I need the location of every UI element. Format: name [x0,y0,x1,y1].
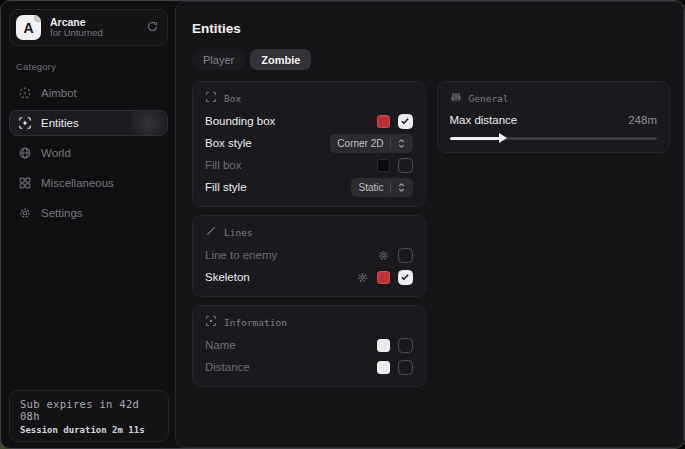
setting-row-bounding-box: Bounding box [205,110,413,132]
fill-style-dropdown[interactable]: Static [351,178,412,197]
color-swatch[interactable] [377,159,390,172]
box-card: Box Bounding box Box style [192,81,426,207]
slider-label: Max distance [450,114,518,126]
card-title: Lines [224,227,253,238]
fill-box-checkbox[interactable] [398,158,413,173]
sidebar-item-aimbot[interactable]: Aimbot [9,80,168,106]
config-gear-icon[interactable] [377,249,390,262]
entities-scan-icon [18,116,32,130]
app-logo: A [16,15,41,40]
setting-row-fill-box: Fill box [205,154,413,176]
diagonal-line-icon [205,225,217,239]
sidebar-item-label: Settings [41,207,83,219]
tab-player[interactable]: Player [192,49,245,70]
session-duration-text: Session duration 2m 11s [20,425,158,435]
sidebar-item-world[interactable]: World [9,140,168,166]
max-distance-row: Max distance 248m [450,110,658,130]
general-card: General Max distance 248m [437,81,671,153]
name-checkbox[interactable] [398,338,413,353]
chevron-updown-icon [397,138,406,149]
sidebar-item-miscellaneous[interactable]: Miscellaneous [9,170,168,196]
entity-tabs: Player Zombie [192,49,670,70]
sidebar-item-label: Miscellaneous [41,177,114,189]
color-swatch[interactable] [377,361,390,374]
line-to-enemy-checkbox[interactable] [398,248,413,263]
sliders-icon [450,91,462,105]
color-swatch[interactable] [377,339,390,352]
setting-row-skeleton: Skeleton [205,266,413,288]
distance-checkbox[interactable] [398,360,413,375]
sidebar-item-label: World [41,147,71,159]
gear-icon [18,206,32,220]
lines-card: Lines Line to enemy [192,215,426,297]
card-title: Information [224,317,287,328]
setting-row-name: Name [205,334,413,356]
slider-value: 248m [628,114,657,126]
app-subtitle: for Unturned [50,28,137,39]
config-gear-icon[interactable] [356,271,369,284]
main-panel: Entities Player Zombie Box [175,1,684,448]
card-title: Box [224,93,241,104]
refresh-icon[interactable] [146,19,159,37]
info-scan-icon [205,315,217,329]
scan-corners-icon [205,91,217,105]
sidebar-item-entities[interactable]: Entities [9,110,168,136]
setting-row-distance: Distance [205,356,413,378]
sub-expires-text: Sub expires in 42d 08h [20,398,158,422]
page-title: Entities [192,21,670,36]
setting-row-fill-style: Fill style Static [205,176,413,198]
max-distance-slider[interactable] [450,132,658,144]
slider-thumb[interactable] [499,133,507,143]
sidebar-item-label: Entities [41,117,79,129]
chevron-updown-icon [397,182,406,193]
globe-icon [18,146,32,160]
information-card: Information Name Distance [192,305,426,387]
grid-icon [18,176,32,190]
card-title: General [469,93,509,104]
skeleton-checkbox[interactable] [398,270,413,285]
sidebar-item-settings[interactable]: Settings [9,200,168,226]
category-label: Category [16,61,168,72]
setting-row-line-to-enemy: Line to enemy [205,244,413,266]
sidebar-header: A Arcane for Unturned [9,9,168,46]
bounding-box-checkbox[interactable] [398,114,413,129]
crosshair-icon [18,86,32,100]
setting-row-box-style: Box style Corner 2D [205,132,413,154]
sidebar: A Arcane for Unturned Category Aimbot [1,1,176,448]
app-window: A Arcane for Unturned Category Aimbot [0,0,685,449]
sidebar-nav: Aimbot Entities World [9,80,168,226]
color-swatch[interactable] [377,115,390,128]
color-swatch[interactable] [377,271,390,284]
subscription-status: Sub expires in 42d 08h Session duration … [9,390,169,442]
tab-zombie[interactable]: Zombie [250,49,311,70]
sidebar-item-label: Aimbot [41,87,77,99]
box-style-dropdown[interactable]: Corner 2D [330,134,412,153]
